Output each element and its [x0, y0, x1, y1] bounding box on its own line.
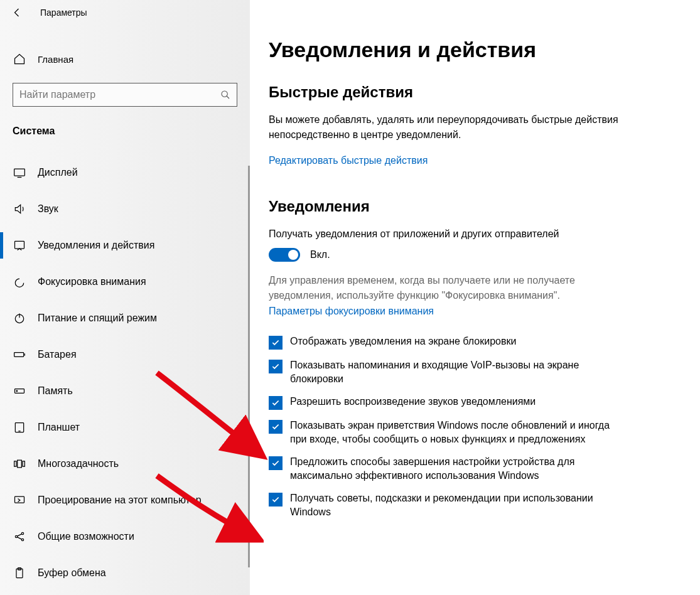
- sidebar-item-tablet[interactable]: Планшет: [0, 409, 250, 446]
- svg-rect-4: [14, 353, 24, 357]
- sidebar-item-label: Буфер обмена: [38, 567, 106, 579]
- sidebar-item-label: Звук: [38, 203, 58, 215]
- sidebar-item-shared[interactable]: Общие возможности: [0, 518, 250, 555]
- svg-rect-10: [23, 461, 24, 466]
- back-button[interactable]: [11, 6, 24, 19]
- svg-point-6: [16, 390, 18, 392]
- checkbox-welcome-screen[interactable]: [269, 420, 283, 434]
- svg-rect-8: [14, 461, 16, 466]
- svg-point-14: [21, 539, 23, 540]
- sidebar: Параметры Главная Система Дисплей Звук: [0, 0, 250, 595]
- checkbox-label: Отображать уведомления на экране блокиро…: [290, 335, 516, 348]
- svg-point-13: [21, 532, 23, 534]
- sidebar-item-label: Память: [38, 385, 73, 397]
- search-input[interactable]: [19, 89, 220, 100]
- notifications-heading: Уведомления: [269, 198, 681, 215]
- sidebar-item-notifications[interactable]: Уведомления и действия: [0, 227, 250, 264]
- sidebar-nav: Дисплей Звук Уведомления и действия Фоку…: [0, 154, 250, 591]
- sidebar-item-label: Фокусировка внимания: [38, 276, 146, 287]
- sidebar-item-label: Общие возможности: [38, 531, 134, 542]
- checkbox-label: Разрешить воспроизведение звуков уведомл…: [290, 395, 536, 409]
- quick-actions-heading: Быстрые действия: [269, 83, 681, 101]
- svg-rect-1: [14, 169, 25, 176]
- power-icon: [13, 311, 26, 325]
- quick-actions-desc: Вы можете добавлять, удалять или переупо…: [269, 112, 620, 142]
- search-box[interactable]: [13, 83, 237, 107]
- checkbox-notification-sounds[interactable]: [269, 396, 283, 410]
- main-content: Уведомления и действия Быстрые действия …: [269, 38, 681, 595]
- focus-assist-link[interactable]: Параметры фокусировки внимания: [269, 306, 681, 317]
- svg-point-0: [222, 91, 227, 97]
- focus-icon: [13, 275, 26, 289]
- home-icon: [13, 52, 26, 66]
- page-title: Уведомления и действия: [269, 38, 681, 62]
- battery-icon: [13, 348, 26, 362]
- sidebar-item-clipboard[interactable]: Буфер обмена: [0, 555, 250, 591]
- sound-icon: [13, 202, 26, 216]
- checkbox-tips[interactable]: [269, 493, 283, 507]
- svg-rect-2: [15, 241, 24, 249]
- window-title: Параметры: [40, 8, 87, 18]
- sidebar-section-heading: Система: [0, 126, 250, 137]
- checkbox-reminders-voip[interactable]: [269, 360, 283, 373]
- sidebar-item-display[interactable]: Дисплей: [0, 154, 250, 191]
- sidebar-item-storage[interactable]: Память: [0, 373, 250, 409]
- toggle-state-label: Вкл.: [310, 249, 330, 260]
- sidebar-item-label: Питание и спящий режим: [38, 313, 157, 324]
- notifications-toggle[interactable]: [269, 248, 300, 262]
- sidebar-item-power[interactable]: Питание и спящий режим: [0, 300, 250, 336]
- titlebar: Параметры: [0, 0, 250, 25]
- sidebar-scrollbar[interactable]: [248, 166, 250, 567]
- sidebar-item-label: Планшет: [38, 422, 80, 433]
- checkbox-setup-suggestions[interactable]: [269, 456, 283, 470]
- notification-checkboxes: Отображать уведомления на экране блокиро…: [269, 335, 620, 519]
- sidebar-home[interactable]: Главная: [0, 44, 250, 74]
- svg-rect-9: [18, 460, 22, 468]
- tablet-icon: [13, 421, 26, 434]
- search-icon: [220, 90, 230, 100]
- multitask-icon: [13, 457, 26, 471]
- sidebar-item-label: Многозадачность: [38, 458, 119, 469]
- sidebar-item-sound[interactable]: Звук: [0, 191, 250, 227]
- sidebar-item-label: Батарея: [38, 349, 77, 360]
- notifications-toggle-label: Получать уведомления от приложений и дру…: [269, 227, 620, 242]
- svg-point-12: [15, 535, 17, 537]
- sidebar-item-label: Проецирование на этот компьютер: [38, 495, 202, 506]
- search-container: [0, 83, 250, 107]
- storage-icon: [13, 384, 26, 398]
- sidebar-item-multitask[interactable]: Многозадачность: [0, 446, 250, 482]
- checkbox-label: Показывать экран приветствия Windows пос…: [290, 419, 620, 446]
- focus-assist-hint: Для управления временем, когда вы получа…: [269, 273, 620, 303]
- sidebar-item-focus[interactable]: Фокусировка внимания: [0, 264, 250, 300]
- sidebar-home-label: Главная: [38, 54, 73, 65]
- checkbox-label: Показывать напоминания и входящие VoIP-в…: [290, 358, 620, 386]
- sidebar-item-label: Дисплей: [38, 167, 78, 178]
- clipboard-icon: [13, 566, 26, 580]
- project-icon: [13, 493, 26, 507]
- checkbox-lockscreen-notifications[interactable]: [269, 336, 283, 350]
- display-icon: [13, 166, 26, 180]
- sidebar-item-projection[interactable]: Проецирование на этот компьютер: [0, 482, 250, 518]
- sidebar-item-battery[interactable]: Батарея: [0, 336, 250, 373]
- notifications-icon: [13, 239, 26, 252]
- checkbox-label: Получать советы, подсказки и рекомендаци…: [290, 491, 620, 519]
- shared-icon: [13, 530, 26, 544]
- checkbox-label: Предложить способы завершения настройки …: [290, 455, 620, 483]
- edit-quick-actions-link[interactable]: Редактировать быстрые действия: [269, 155, 681, 166]
- sidebar-item-label: Уведомления и действия: [38, 240, 154, 251]
